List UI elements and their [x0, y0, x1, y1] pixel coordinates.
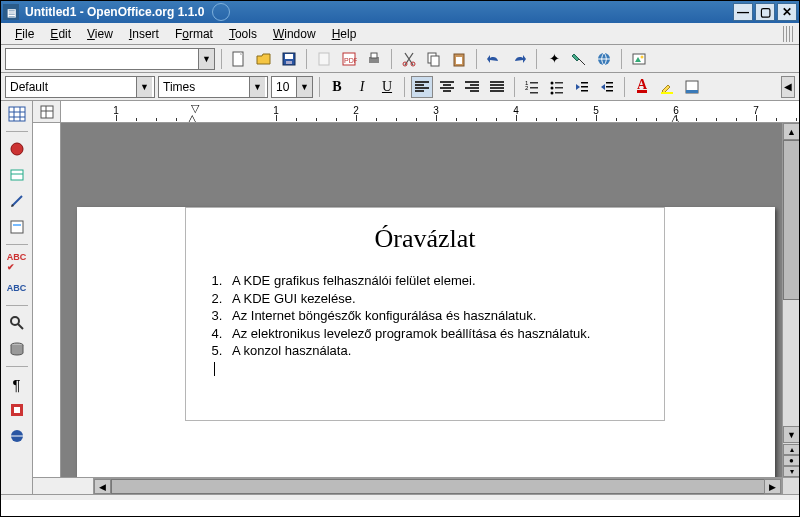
- cut-button[interactable]: [398, 48, 420, 70]
- insert-draw-button[interactable]: [5, 190, 29, 212]
- menu-help[interactable]: Help: [324, 25, 365, 43]
- list-item[interactable]: Az elektronikus levelező programok beáll…: [226, 325, 646, 343]
- ruler-corner-button[interactable]: [33, 101, 61, 122]
- list-item[interactable]: Az Internet böngészők konfigurálása és h…: [226, 307, 646, 325]
- list-item[interactable]: A konzol használata.: [226, 342, 646, 360]
- list-item[interactable]: A KDE grafikus felhasználói felület elem…: [226, 272, 646, 290]
- hyperlink-button[interactable]: [593, 48, 615, 70]
- align-right-button[interactable]: [461, 76, 483, 98]
- svg-rect-0: [233, 52, 243, 66]
- print-button[interactable]: [363, 48, 385, 70]
- font-size-input[interactable]: [272, 77, 296, 97]
- graphics-onoff-button[interactable]: [5, 399, 29, 421]
- svg-rect-34: [606, 86, 613, 88]
- prev-page-button[interactable]: ▴: [783, 444, 799, 455]
- paste-button[interactable]: [448, 48, 470, 70]
- list-item[interactable]: A KDE GUI kezelése.: [226, 290, 646, 308]
- next-page-button[interactable]: ▾: [783, 466, 799, 477]
- horizontal-scrollbar[interactable]: ◀ ▶: [93, 478, 782, 494]
- minimize-button[interactable]: —: [733, 3, 753, 21]
- bold-button[interactable]: B: [326, 76, 348, 98]
- horizontal-ruler[interactable]: ▽ △ △ 11234567: [61, 101, 799, 122]
- paragraph-style-combo[interactable]: ▼: [5, 76, 155, 98]
- font-name-dropdown[interactable]: ▼: [249, 77, 265, 97]
- gallery-button[interactable]: [628, 48, 650, 70]
- highlight-button[interactable]: [656, 76, 678, 98]
- font-color-button[interactable]: A: [631, 76, 653, 98]
- save-button[interactable]: [278, 48, 300, 70]
- menu-insert[interactable]: Insert: [121, 25, 167, 43]
- form-design-button[interactable]: [5, 216, 29, 238]
- navigator-button[interactable]: ✦: [543, 48, 565, 70]
- align-left-button[interactable]: [411, 76, 433, 98]
- vertical-ruler[interactable]: [33, 123, 61, 477]
- italic-button[interactable]: I: [351, 76, 373, 98]
- svg-point-40: [11, 143, 23, 155]
- close-button[interactable]: ✕: [777, 3, 797, 21]
- increase-indent-button[interactable]: [596, 76, 618, 98]
- insert-object-button[interactable]: [5, 138, 29, 160]
- font-size-dropdown[interactable]: ▼: [296, 77, 312, 97]
- stylist-button[interactable]: [568, 48, 590, 70]
- numbered-list-button[interactable]: 12: [521, 76, 543, 98]
- redo-button[interactable]: [508, 48, 530, 70]
- undo-button[interactable]: [483, 48, 505, 70]
- decrease-indent-button[interactable]: [571, 76, 593, 98]
- menu-format[interactable]: Format: [167, 25, 221, 43]
- document-heading[interactable]: Óravázlat: [204, 224, 646, 254]
- background-color-button[interactable]: [681, 76, 703, 98]
- menu-edit[interactable]: Edit: [42, 25, 79, 43]
- vertical-toolbar: ABC✔ ABC ¶: [1, 101, 33, 494]
- menu-file[interactable]: File: [7, 25, 42, 43]
- url-input[interactable]: [6, 49, 198, 69]
- svg-point-10: [411, 62, 415, 66]
- text-frame[interactable]: Óravázlat A KDE grafikus felhasználói fe…: [185, 207, 665, 421]
- left-indent-marker[interactable]: △: [188, 112, 196, 122]
- svg-point-48: [11, 430, 23, 442]
- font-size-combo[interactable]: ▼: [271, 76, 313, 98]
- align-center-button[interactable]: [436, 76, 458, 98]
- hscroll-thumb[interactable]: [111, 479, 781, 494]
- data-sources-button[interactable]: [5, 338, 29, 360]
- svg-rect-22: [530, 87, 538, 89]
- navigation-button[interactable]: ●: [783, 455, 799, 466]
- scroll-right-button[interactable]: ▶: [764, 479, 781, 494]
- bullet-list-button[interactable]: [546, 76, 568, 98]
- insert-fields-button[interactable]: [5, 164, 29, 186]
- spellcheck-button[interactable]: ABC: [5, 277, 29, 299]
- menu-window[interactable]: Window: [265, 25, 324, 43]
- pdf-export-button[interactable]: PDF: [338, 48, 360, 70]
- svg-point-45: [11, 343, 23, 347]
- url-combo[interactable]: ▼: [5, 48, 215, 70]
- paragraph-style-input[interactable]: [6, 77, 136, 97]
- vertical-scrollbar[interactable]: ▲ ▼ ▴ ● ▾: [782, 123, 799, 477]
- spellcheck-auto-button[interactable]: ABC✔: [5, 251, 29, 273]
- scroll-down-button[interactable]: ▼: [783, 426, 799, 443]
- find-button[interactable]: [5, 312, 29, 334]
- scroll-left-button[interactable]: ◀: [94, 479, 111, 494]
- paragraph-style-dropdown[interactable]: ▼: [136, 77, 152, 97]
- page-scroll-area[interactable]: Óravázlat A KDE grafikus felhasználói fe…: [61, 123, 782, 477]
- scroll-up-button[interactable]: ▲: [783, 123, 799, 140]
- online-layout-button[interactable]: [5, 425, 29, 447]
- url-dropdown[interactable]: ▼: [198, 49, 214, 69]
- underline-button[interactable]: U: [376, 76, 398, 98]
- svg-rect-5: [343, 53, 355, 65]
- copy-button[interactable]: [423, 48, 445, 70]
- menu-tools[interactable]: Tools: [221, 25, 265, 43]
- edit-doc-button[interactable]: [313, 48, 335, 70]
- svg-point-9: [403, 62, 407, 66]
- new-button[interactable]: [228, 48, 250, 70]
- vscroll-thumb[interactable]: [783, 140, 799, 300]
- nonprinting-chars-button[interactable]: ¶: [5, 373, 29, 395]
- menu-view[interactable]: View: [79, 25, 121, 43]
- svg-rect-30: [581, 82, 588, 84]
- maximize-button[interactable]: ▢: [755, 3, 775, 21]
- toolbar-more-button[interactable]: ◀: [781, 76, 795, 98]
- open-button[interactable]: [253, 48, 275, 70]
- align-justify-button[interactable]: [486, 76, 508, 98]
- insert-table-button[interactable]: [5, 103, 29, 125]
- font-name-combo[interactable]: ▼: [158, 76, 268, 98]
- numbered-list[interactable]: A KDE grafikus felhasználói felület elem…: [204, 272, 646, 360]
- font-name-input[interactable]: [159, 77, 249, 97]
